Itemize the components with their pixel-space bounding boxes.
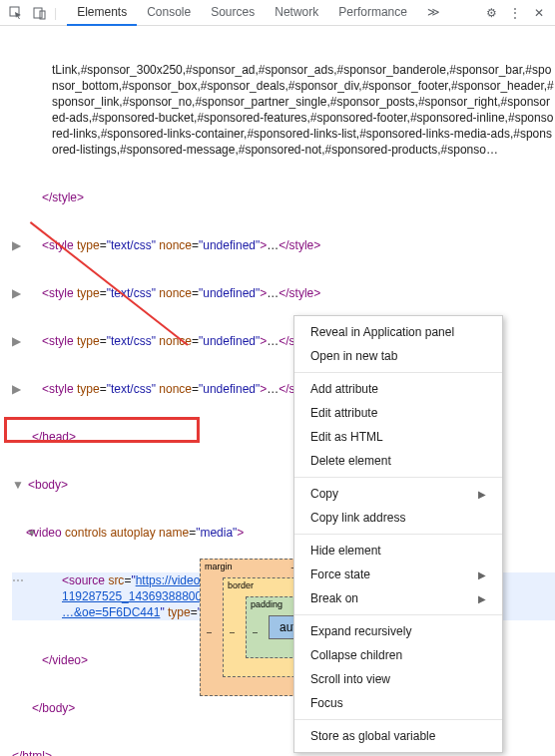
border-label: border [228, 580, 254, 590]
tab-console[interactable]: Console [137, 0, 201, 26]
ctx-store-as-global-variable[interactable]: Store as global variable [294, 724, 502, 748]
collapse-icon[interactable]: ▼ [12, 525, 26, 541]
body-close: </body> [32, 701, 75, 715]
tab-performance[interactable]: Performance [328, 0, 417, 26]
ctx-force-state[interactable]: Force state▶ [294, 563, 502, 586]
ctx-edit-as-html[interactable]: Edit as HTML [294, 425, 502, 449]
expand-icon[interactable]: ▶ [12, 285, 22, 301]
gear-icon[interactable]: ⚙ [483, 5, 499, 21]
tab-sources[interactable]: Sources [201, 0, 265, 26]
inspect-icon[interactable] [8, 5, 24, 21]
style-close: </style> [42, 190, 84, 204]
device-icon[interactable] [32, 5, 48, 21]
ctx-delete-element[interactable]: Delete element [294, 449, 502, 473]
text-node: tLink,#sponsor_300x250,#sponsor_ad,#spon… [12, 62, 555, 158]
ctx-hide-element[interactable]: Hide element [294, 539, 502, 563]
close-icon[interactable]: ✕ [531, 5, 547, 21]
ctx-expand-recursively[interactable]: Expand recursively [294, 619, 502, 643]
expand-icon[interactable]: ▶ [12, 237, 22, 253]
devtools-toolbar: | Elements Console Sources Network Perfo… [0, 0, 555, 26]
tab-more[interactable]: ≫ [417, 0, 450, 26]
context-menu: Reveal in Application panelOpen in new t… [293, 315, 503, 753]
expand-icon[interactable]: ▶ [12, 381, 22, 397]
padding-label: padding [251, 599, 282, 609]
ctx-reveal-in-application-panel[interactable]: Reveal in Application panel [294, 320, 502, 344]
html-close: </html> [12, 749, 52, 756]
head-close: </head> [32, 430, 76, 444]
ctx-break-on[interactable]: Break on▶ [294, 586, 502, 610]
ctx-scroll-into-view[interactable]: Scroll into view [294, 667, 502, 691]
tab-network[interactable]: Network [265, 0, 328, 26]
source-url[interactable]: …&oe=5F6DC441 [62, 605, 160, 619]
selected-dots-icon: ⋯ [12, 572, 24, 588]
ctx-copy[interactable]: Copy▶ [294, 482, 502, 506]
ctx-add-attribute[interactable]: Add attribute [294, 377, 502, 401]
video-close: </video> [42, 653, 88, 667]
margin-label: margin [205, 562, 233, 571]
panel-tabs: Elements Console Sources Network Perform… [67, 0, 450, 26]
collapse-icon[interactable]: ▼ [12, 477, 22, 493]
ctx-collapse-children[interactable]: Collapse children [294, 643, 502, 667]
ctx-edit-attribute[interactable]: Edit attribute [294, 401, 502, 425]
expand-icon[interactable]: ▶ [12, 333, 22, 349]
ctx-copy-link-address[interactable]: Copy link address [294, 506, 502, 530]
ctx-focus[interactable]: Focus [294, 691, 502, 715]
kebab-icon[interactable]: ⋮ [507, 5, 523, 21]
divider: | [54, 6, 57, 20]
ctx-open-in-new-tab[interactable]: Open in new tab [294, 344, 502, 368]
svg-rect-1 [34, 8, 42, 18]
tab-elements[interactable]: Elements [67, 0, 137, 26]
